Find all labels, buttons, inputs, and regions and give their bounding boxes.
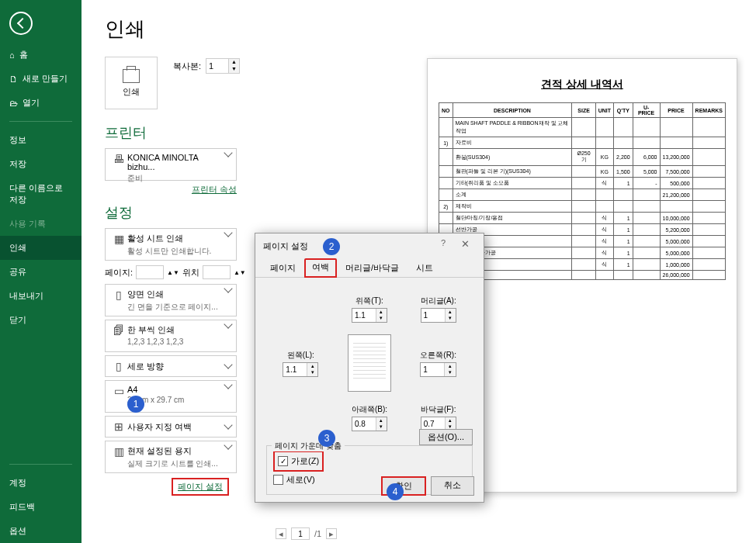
chevron-down-icon <box>224 380 232 389</box>
duplex-dropdown[interactable]: ▯ 양면 인쇄긴 면을 기준으로 페이지... <box>105 284 237 316</box>
sidebar-save[interactable]: 저장 <box>0 152 81 176</box>
sidebar-feedback[interactable]: 피드백 <box>0 495 81 519</box>
dialog-close-button[interactable]: ✕ <box>454 238 476 254</box>
chevron-down-icon <box>224 148 232 157</box>
margins-icon: ⊞ <box>110 420 127 433</box>
sidebar-open[interactable]: 🗁열기 <box>0 91 81 115</box>
chevron-down-icon <box>224 441 232 449</box>
file-icon: 🗋 <box>9 74 18 84</box>
sheets-icon: ▦ <box>110 233 127 245</box>
duplex-icon: ▯ <box>110 289 127 301</box>
page-setup-dialog: 페이지 설정 ? ✕ 페이지 여백 머리글/바닥글 시트 위쪽(T):▴▾ 머리… <box>255 233 484 503</box>
tab-sheet[interactable]: 시트 <box>407 258 442 278</box>
spin-down[interactable]: ▼ <box>228 66 239 73</box>
margin-bottom-input[interactable] <box>352 417 376 431</box>
sidebar-close[interactable]: 닫기 <box>0 308 81 332</box>
back-button[interactable] <box>9 12 33 35</box>
margin-right-input[interactable] <box>421 363 444 376</box>
callout-4: 4 <box>387 483 404 500</box>
home-icon: ⌂ <box>9 50 15 60</box>
sidebar-history: 사용 기록 <box>0 212 81 236</box>
dialog-help-button[interactable]: ? <box>432 238 454 254</box>
printer-icon <box>123 69 140 83</box>
portrait-icon: ▯ <box>110 360 127 372</box>
page-from-input[interactable] <box>136 265 164 279</box>
collate-icon: 🗐 <box>110 324 127 337</box>
dialog-title: 페이지 설정 <box>263 240 308 252</box>
dialog-cancel-button[interactable]: 취소 <box>431 476 474 496</box>
dialog-tabs: 페이지 여백 머리글/바닥글 시트 <box>255 258 484 278</box>
sidebar-export[interactable]: 내보내기 <box>0 284 81 308</box>
pager-prev[interactable]: ◂ <box>276 528 286 539</box>
margin-footer-input[interactable] <box>421 417 445 431</box>
backstage-sidebar: ⌂홈 🗋새로 만들기 🗁열기 정보 저장 다른 이름으로 저장 사용 기록 인쇄… <box>0 0 81 543</box>
sidebar-info[interactable]: 정보 <box>0 128 81 152</box>
margin-top-input[interactable] <box>352 309 376 322</box>
pager-page-input[interactable] <box>291 527 310 540</box>
sidebar-new[interactable]: 🗋새로 만들기 <box>0 67 81 91</box>
center-horizontal-checkbox[interactable]: 가로(Z) <box>278 455 319 467</box>
page-title: 인쇄 <box>105 16 733 43</box>
preview-pager: ◂ /1 ▸ <box>276 527 337 540</box>
spin-up[interactable]: ▲ <box>228 59 239 66</box>
print-button[interactable]: 인쇄 <box>105 57 158 109</box>
copies-spinner[interactable]: ▲▼ <box>206 58 240 74</box>
printer-properties-link[interactable]: 프린터 속성 <box>105 184 237 195</box>
page-to-input[interactable] <box>203 265 231 279</box>
chevron-down-icon <box>224 228 232 237</box>
paper-icon: ▭ <box>110 385 127 397</box>
sidebar-home[interactable]: ⌂홈 <box>0 43 81 67</box>
chevron-down-icon <box>224 420 232 429</box>
margins-dropdown[interactable]: ⊞ 사용자 지정 여백 <box>105 416 237 438</box>
tab-header-footer[interactable]: 머리글/바닥글 <box>337 258 407 278</box>
sidebar-account[interactable]: 계정 <box>0 471 81 495</box>
sidebar-saveas[interactable]: 다른 이름으로 저장 <box>0 176 81 212</box>
pager-next[interactable]: ▸ <box>326 528 337 539</box>
margin-left-input[interactable] <box>283 363 307 376</box>
chevron-down-icon <box>224 320 232 328</box>
orientation-dropdown[interactable]: ▯ 세로 방향 <box>105 355 237 377</box>
callout-2: 2 <box>323 238 340 255</box>
paper-dropdown[interactable]: ▭ A421 cm x 29.7 cm <box>105 380 237 413</box>
copies-label: 복사본: <box>173 61 201 72</box>
chevron-down-icon <box>224 360 232 368</box>
sidebar-share[interactable]: 공유 <box>0 260 81 284</box>
scaling-icon: ▥ <box>110 445 127 458</box>
sidebar-options[interactable]: 옵션 <box>0 519 81 543</box>
tab-margins[interactable]: 여백 <box>304 258 337 278</box>
print-what-dropdown[interactable]: ▦ 활성 시트 인쇄활성 시트만 인쇄합니다. <box>105 228 237 261</box>
collate-dropdown[interactable]: 🗐 한 부씩 인쇄1,2,3 1,2,3 1,2,3 <box>105 320 237 352</box>
printer-device-icon: 🖶 <box>110 153 127 165</box>
sidebar-print[interactable]: 인쇄 <box>0 236 81 260</box>
page-setup-link[interactable]: 페이지 설정 <box>172 478 229 496</box>
tab-page[interactable]: 페이지 <box>262 258 304 278</box>
margin-header-input[interactable] <box>421 309 445 322</box>
callout-1: 1 <box>127 396 144 413</box>
dialog-options-button[interactable]: 옵션(O)... <box>419 429 473 445</box>
callout-3: 3 <box>318 430 335 447</box>
folder-icon: 🗁 <box>9 99 18 108</box>
printer-dropdown[interactable]: 🖶 KONICA MINOLTA bizhu... 준비 <box>105 148 237 181</box>
scaling-dropdown[interactable]: ▥ 현재 설정된 용지실제 크기로 시트를 인쇄... <box>105 441 237 473</box>
copies-input[interactable] <box>206 59 228 73</box>
page-thumbnail <box>348 334 391 392</box>
chevron-down-icon <box>224 284 232 292</box>
